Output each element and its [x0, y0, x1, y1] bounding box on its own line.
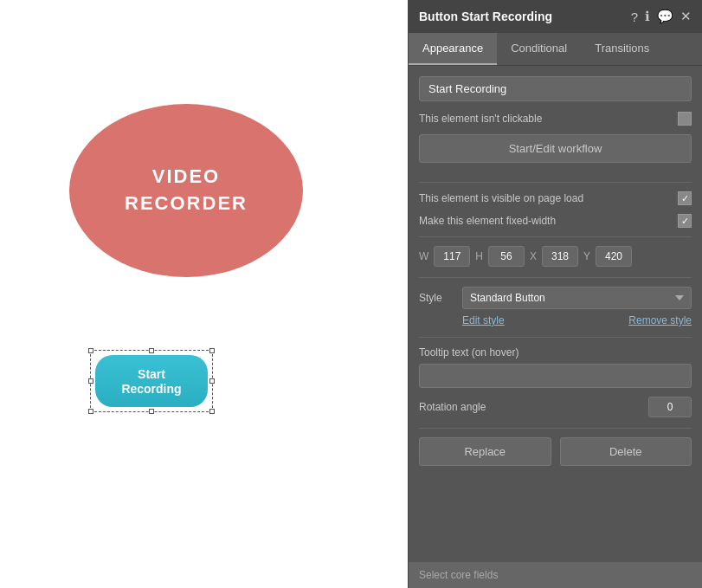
visible-on-load-label: This element is visible on page load [419, 192, 678, 204]
visible-on-load-checkbox[interactable] [678, 191, 692, 205]
rotation-input[interactable] [648, 397, 692, 417]
workflow-button[interactable]: Start/Edit workflow [419, 134, 692, 163]
fixed-width-label: Make this element fixed-width [419, 215, 678, 227]
action-buttons: Replace Delete [419, 437, 692, 466]
panel-header: Button Start Recording ? ℹ 💬 ✕ [409, 0, 702, 33]
comment-icon[interactable]: 💬 [657, 9, 673, 24]
visible-on-load-row: This element is visible on page load [419, 191, 692, 205]
divider-4 [419, 337, 692, 338]
video-recorder-text: VIDEO RECORDER [125, 164, 248, 217]
selection-box: StartRecording [95, 355, 208, 407]
element-name-input[interactable] [419, 76, 692, 101]
canvas-area: VIDEO RECORDER StartRecording [0, 0, 408, 588]
start-recording-wrapper: StartRecording [95, 355, 208, 407]
divider-3 [419, 277, 692, 278]
start-recording-button[interactable]: StartRecording [95, 355, 208, 407]
video-recorder-ellipse: VIDEO RECORDER [69, 104, 303, 277]
h-label: H [475, 250, 483, 262]
panel-title: Button Start Recording [419, 10, 552, 23]
replace-button[interactable]: Replace [419, 437, 551, 466]
handle-tr[interactable] [209, 348, 215, 353]
edit-style-link[interactable]: Edit style [462, 314, 505, 326]
remove-style-link[interactable]: Remove style [628, 314, 692, 326]
x-label: X [530, 250, 537, 262]
handle-br[interactable] [209, 409, 215, 414]
h-input[interactable] [488, 246, 525, 267]
y-label: Y [583, 250, 590, 262]
fixed-width-row: Make this element fixed-width [419, 214, 692, 228]
panel-content: This element isn't clickable Start/Edit … [409, 66, 702, 562]
divider-5 [419, 428, 692, 429]
right-panel: Button Start Recording ? ℹ 💬 ✕ Appearanc… [408, 0, 702, 588]
style-row: Style Standard Button [419, 287, 692, 309]
tooltip-label: Tooltip text (on hover) [419, 346, 692, 359]
w-label: W [419, 250, 428, 262]
dimensions-row: W H X Y [419, 246, 692, 267]
panel-header-icons: ? ℹ 💬 ✕ [631, 9, 692, 24]
divider-1 [419, 182, 692, 183]
handle-ml[interactable] [88, 378, 93, 384]
rotation-row: Rotation angle [419, 397, 692, 417]
handle-tm[interactable] [149, 348, 154, 353]
style-label: Style [419, 292, 462, 304]
divider-2 [419, 236, 692, 237]
handle-bm[interactable] [149, 409, 154, 414]
not-clickable-row: This element isn't clickable [419, 112, 692, 126]
info-icon[interactable]: ℹ [645, 9, 650, 24]
edit-style-row: Edit style Remove style [419, 314, 692, 326]
bottom-bar: Select core fields [409, 562, 702, 588]
handle-mr[interactable] [209, 378, 215, 384]
handle-bl[interactable] [88, 409, 93, 414]
w-input[interactable] [434, 246, 470, 267]
not-clickable-label: This element isn't clickable [419, 113, 678, 125]
help-icon[interactable]: ? [631, 10, 638, 24]
x-input[interactable] [542, 246, 578, 267]
tabs: Appearance Conditional Transitions [409, 33, 702, 66]
not-clickable-checkbox[interactable] [678, 112, 692, 126]
bottom-text: Select core fields [419, 569, 498, 581]
tab-conditional[interactable]: Conditional [497, 33, 581, 65]
delete-button[interactable]: Delete [560, 437, 692, 466]
rotation-label: Rotation angle [419, 401, 648, 413]
handle-tl[interactable] [88, 348, 93, 353]
close-icon[interactable]: ✕ [680, 9, 692, 24]
style-select[interactable]: Standard Button [462, 287, 692, 309]
y-input[interactable] [596, 246, 632, 267]
tab-transitions[interactable]: Transitions [581, 33, 663, 65]
tab-appearance[interactable]: Appearance [409, 33, 497, 65]
fixed-width-checkbox[interactable] [678, 214, 692, 228]
tooltip-input[interactable] [419, 364, 692, 388]
